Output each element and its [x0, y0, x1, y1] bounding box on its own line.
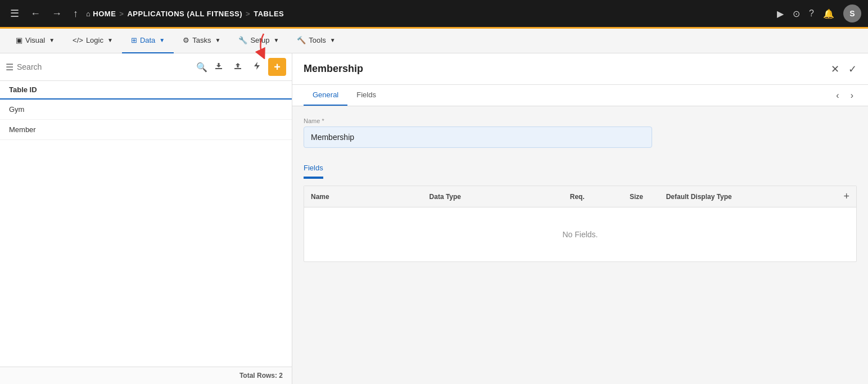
- name-field-input[interactable]: [304, 127, 652, 148]
- search-top-icon[interactable]: ⊙: [793, 8, 800, 19]
- nav-tools-label: Tools: [309, 36, 326, 44]
- breadcrumb-tables[interactable]: TABLES: [254, 10, 284, 18]
- nav-logic-label: Logic: [86, 36, 103, 44]
- add-field-btn-wrap: +: [843, 191, 849, 202]
- search-input-wrap: [17, 60, 193, 74]
- add-field-btn[interactable]: +: [843, 191, 849, 202]
- data-icon: ⊞: [131, 36, 137, 44]
- nav-tasks[interactable]: ⚙ Tasks ▼: [174, 29, 229, 53]
- left-toolbar: ☰ 🔍: [0, 53, 292, 81]
- nav-tools[interactable]: 🔨 Tools ▼: [288, 29, 344, 53]
- fields-section: Name Data Type Req. Size Default Display…: [304, 186, 857, 262]
- prev-nav-btn[interactable]: ‹: [833, 88, 842, 103]
- avatar[interactable]: S: [843, 4, 861, 22]
- tasks-icon: ⚙: [183, 36, 189, 44]
- right-content: General Fields ‹ › Name * Fields: [292, 85, 868, 384]
- nav-data-label: Data: [140, 36, 155, 44]
- tab-fields[interactable]: Fields: [347, 85, 385, 106]
- nav-logic[interactable]: </> Logic ▼: [64, 29, 122, 53]
- right-header-actions: ✕ ✓: [831, 63, 857, 75]
- visual-caret: ▼: [49, 37, 55, 43]
- inner-tabs: General Fields ‹ ›: [292, 85, 868, 106]
- right-panel-title: Membership: [304, 63, 831, 75]
- table-row[interactable]: Member: [0, 120, 292, 140]
- breadcrumb-home[interactable]: ⌂ HOME: [86, 10, 116, 18]
- forward-icon[interactable]: →: [48, 6, 65, 22]
- lightning-btn[interactable]: [249, 59, 265, 75]
- right-panel: Membership ✕ ✓ General Fields ‹ ›: [292, 53, 868, 384]
- svg-rect-0: [215, 68, 222, 69]
- nav-visual-label: Visual: [25, 36, 45, 44]
- nav-setup[interactable]: 🔧 Setup ▼: [229, 29, 288, 53]
- breadcrumb-sep-1: >: [119, 10, 124, 18]
- breadcrumb: ⌂ HOME > APPLICATIONS (ALL FITNESS) > TA…: [86, 10, 284, 18]
- fields-tab-label[interactable]: Fields: [304, 159, 323, 178]
- home-label[interactable]: HOME: [93, 10, 116, 18]
- name-field-group: Name *: [304, 118, 857, 148]
- visual-icon: ▣: [16, 36, 22, 44]
- inner-nav: ‹ ›: [833, 85, 857, 106]
- logic-caret: ▼: [107, 37, 113, 43]
- confirm-btn[interactable]: ✓: [848, 63, 857, 75]
- tools-icon: 🔨: [297, 36, 306, 44]
- upload-btn[interactable]: [230, 59, 246, 75]
- svg-marker-2: [254, 62, 260, 70]
- total-rows-label: Total Rows: 2: [239, 372, 283, 380]
- fields-table-header: Name Data Type Req. Size Default Display…: [304, 186, 856, 207]
- bell-icon[interactable]: 🔔: [823, 8, 834, 19]
- tools-caret: ▼: [330, 37, 336, 43]
- no-fields-message: No Fields.: [304, 207, 856, 261]
- name-field-label: Name *: [304, 118, 857, 124]
- table-id-label: Table ID: [9, 85, 37, 94]
- right-panel-header: Membership ✕ ✓: [292, 53, 868, 85]
- tasks-caret: ▼: [215, 37, 220, 43]
- home-icon: ⌂: [86, 10, 91, 18]
- table-id-header: Table ID: [0, 81, 292, 100]
- left-panel: ☰ 🔍: [0, 53, 292, 384]
- menu-icon[interactable]: ☰: [7, 5, 22, 22]
- play-icon[interactable]: ▶: [777, 8, 784, 19]
- setup-icon: 🔧: [238, 36, 247, 44]
- search-icon[interactable]: 🔍: [196, 62, 207, 73]
- nav-setup-label: Setup: [250, 36, 269, 44]
- left-footer: Total Rows: 2: [0, 367, 292, 384]
- next-nav-btn[interactable]: ›: [847, 88, 857, 103]
- nav-data[interactable]: ⊞ Data ▼: [122, 29, 174, 53]
- up-icon[interactable]: ↑: [70, 6, 82, 22]
- col-req: Req.: [548, 193, 607, 201]
- setup-caret: ▼: [273, 37, 279, 43]
- help-icon[interactable]: ?: [809, 8, 814, 19]
- svg-rect-1: [234, 68, 241, 69]
- secondary-nav: ▣ Visual ▼ </> Logic ▼ ⊞ Data ▼ ⚙ Tasks …: [0, 29, 868, 53]
- search-input[interactable]: [17, 60, 193, 74]
- back-icon[interactable]: ←: [27, 6, 44, 22]
- nav-tasks-label: Tasks: [192, 36, 211, 44]
- nav-visual[interactable]: ▣ Visual ▼: [7, 29, 64, 53]
- close-btn[interactable]: ✕: [831, 63, 839, 75]
- breadcrumb-app[interactable]: APPLICATIONS (ALL FITNESS): [127, 10, 242, 18]
- col-size: Size: [607, 193, 666, 201]
- logic-icon: </>: [73, 36, 83, 44]
- filter-icon[interactable]: ☰: [6, 62, 13, 73]
- breadcrumb-sep-2: >: [246, 10, 250, 18]
- data-caret: ▼: [159, 37, 165, 43]
- top-bar-right: ▶ ⊙ ? 🔔 S: [777, 4, 861, 22]
- add-table-btn[interactable]: +: [268, 58, 286, 76]
- main-layout: ☰ 🔍: [0, 53, 868, 384]
- table-rows: Gym Member: [0, 100, 292, 367]
- col-display: Default Display Type: [666, 193, 844, 201]
- col-datatype: Data Type: [430, 193, 548, 201]
- tab-general[interactable]: General: [304, 85, 347, 106]
- col-name: Name: [311, 193, 430, 201]
- top-bar: ☰ ← → ↑ ⌂ HOME > APPLICATIONS (ALL FITNE…: [0, 0, 868, 27]
- table-row[interactable]: Gym: [0, 100, 292, 120]
- download-btn[interactable]: [211, 59, 227, 75]
